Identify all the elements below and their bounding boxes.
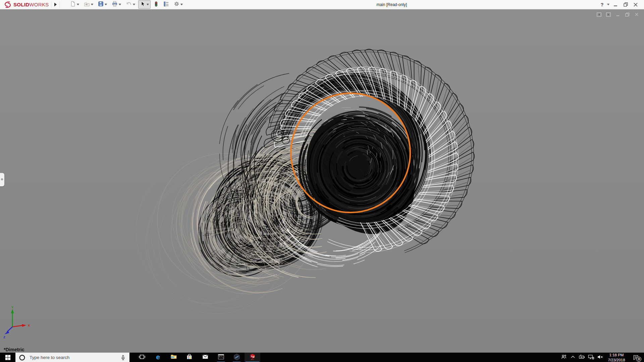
dropdown-arrow-icon[interactable] <box>147 4 149 5</box>
select-cursor-button[interactable] <box>138 0 151 9</box>
taskbar-search-box[interactable] <box>15 353 129 362</box>
file-explorer-icon <box>170 353 177 362</box>
file-properties-icon <box>163 1 169 8</box>
menu-expand-arrow[interactable] <box>51 0 59 9</box>
rebuild-traffic-light-button[interactable] <box>152 0 160 9</box>
select-cursor-icon <box>140 1 146 8</box>
dropdown-arrow-icon[interactable] <box>133 4 135 5</box>
restore-icon <box>624 2 628 7</box>
close-icon <box>634 3 638 7</box>
save-button[interactable] <box>96 0 109 9</box>
volume-muted-tray-button[interactable] <box>595 353 604 362</box>
doc-close-button[interactable] <box>633 12 640 18</box>
collapsed-panel-tab[interactable] <box>0 173 4 186</box>
solidworks-2017-taskbar-button[interactable]: SW2017 <box>245 353 260 362</box>
titlebar: SOLIDWORKS main [Read-only] ? <box>0 0 644 9</box>
network-icon <box>588 354 594 362</box>
start-button[interactable] <box>0 353 15 362</box>
cmd-icon: C:\_ <box>217 353 225 362</box>
network-tray-button[interactable] <box>586 353 595 362</box>
show-left-pane-button[interactable] <box>596 12 602 18</box>
chevron-down-icon <box>607 4 609 5</box>
dropdown-arrow-icon[interactable] <box>105 4 107 5</box>
svg-text:e: e <box>156 353 160 361</box>
store-icon <box>186 353 193 362</box>
solidworks-application: SOLIDWORKS main [Read-only] ? <box>0 0 644 362</box>
solidworks-2017-icon: SW2017 <box>249 353 256 362</box>
solidworks-logo-mark-icon <box>3 1 12 8</box>
show-right-pane-button[interactable] <box>605 12 612 18</box>
minimize-icon <box>613 3 618 7</box>
people-tray-button[interactable] <box>559 353 568 362</box>
solidworks-wordmark: SOLIDWORKS <box>13 2 49 7</box>
triad-x-label: X <box>28 324 30 327</box>
triad-z-label: Z <box>3 336 5 339</box>
panel-tab-dot-icon <box>1 178 3 180</box>
save-icon <box>98 1 104 8</box>
close-button[interactable] <box>631 1 641 9</box>
open-folder-button[interactable] <box>82 0 95 9</box>
task-view-taskbar-button[interactable] <box>134 353 150 362</box>
doc-restore-button[interactable] <box>624 12 631 18</box>
jet-engine-wireframe-model[interactable] <box>0 9 644 353</box>
help-dropdown-arrow[interactable] <box>606 1 610 9</box>
dropdown-arrow-icon[interactable] <box>77 4 79 5</box>
triad-y-label: Y <box>11 306 13 309</box>
help-button[interactable]: ? <box>598 1 606 9</box>
edge-icon: e <box>154 353 162 362</box>
people-icon <box>560 354 567 362</box>
separator <box>59 1 60 8</box>
show-left-pane-icon <box>596 12 602 18</box>
taskbar-app-icons: eC:\_SW2017 <box>134 353 260 362</box>
cmd-taskbar-button[interactable]: C:\_ <box>213 353 229 362</box>
document-window-controls <box>596 12 640 18</box>
orientation-triad: YXZ <box>2 306 33 340</box>
svg-text:W: W <box>253 356 255 358</box>
undo-button[interactable] <box>124 0 137 9</box>
options-gear-button[interactable] <box>172 0 184 9</box>
minimize-button[interactable] <box>610 1 621 9</box>
restore-button[interactable] <box>621 1 631 9</box>
dropdown-arrow-icon[interactable] <box>180 4 183 5</box>
chevron-up-icon <box>570 354 576 361</box>
store-taskbar-button[interactable] <box>181 353 197 362</box>
undo-icon <box>126 1 132 8</box>
open-folder-icon <box>84 1 90 8</box>
hexagon-app-taskbar-button[interactable] <box>229 353 245 362</box>
view-orientation-label: *Dimetric <box>4 347 24 352</box>
windows-taskbar: eC:\_SW2017 1:18 PM 7/23/2018 3 <box>0 353 644 362</box>
mail-icon <box>202 353 209 362</box>
svg-text:C:\_: C:\_ <box>219 356 223 358</box>
dropdown-arrow-icon[interactable] <box>119 4 121 5</box>
file-explorer-taskbar-button[interactable] <box>166 353 181 362</box>
tray-icons <box>559 353 604 362</box>
battery-icon <box>579 354 585 362</box>
solidworks-logo: SOLIDWORKS <box>0 0 51 9</box>
doc-close-icon <box>634 12 639 18</box>
battery-tray-button[interactable] <box>577 353 586 362</box>
graphics-viewport[interactable]: YXZ *Dimetric <box>0 9 644 353</box>
file-properties-button[interactable] <box>162 0 171 9</box>
windows-logo-icon <box>5 355 11 360</box>
tray-date: 7/23/2018 <box>604 358 629 362</box>
edge-taskbar-button[interactable]: e <box>150 353 166 362</box>
search-input[interactable] <box>29 355 117 360</box>
action-center-button[interactable]: 3 <box>629 353 643 362</box>
document-title: main [Read-only] <box>185 2 598 7</box>
chevron-up-tray-button[interactable] <box>568 353 577 362</box>
doc-minimize-button[interactable] <box>614 12 621 18</box>
print-button[interactable] <box>110 0 123 9</box>
new-document-button[interactable] <box>68 0 81 9</box>
new-document-icon <box>70 1 76 8</box>
dropdown-arrow-icon[interactable] <box>91 4 93 5</box>
window-controls: ? <box>598 1 644 9</box>
print-icon <box>112 1 118 8</box>
mail-taskbar-button[interactable] <box>197 353 213 362</box>
cortana-circle-icon <box>19 354 25 361</box>
doc-minimize-icon <box>615 12 620 18</box>
doc-restore-icon <box>625 12 630 18</box>
taskbar-clock[interactable]: 1:18 PM 7/23/2018 <box>604 353 629 362</box>
svg-text:2017: 2017 <box>251 359 254 360</box>
microphone-icon[interactable] <box>120 355 126 361</box>
show-right-pane-icon <box>606 12 611 18</box>
